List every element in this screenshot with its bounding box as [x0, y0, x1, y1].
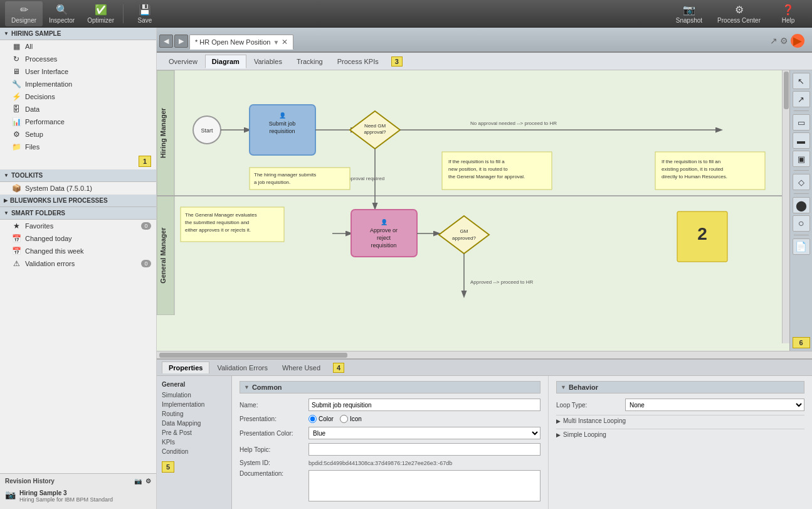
light-circle-tool-button[interactable]: ○	[793, 215, 810, 232]
documentation-textarea[interactable]	[308, 470, 540, 501]
settings-icon[interactable]: ⚙	[780, 36, 788, 46]
snapshot-button[interactable]: 📷 Snapshot	[670, 1, 709, 26]
loop-type-select[interactable]: None Standard Loop Multi Instance	[625, 399, 804, 411]
revision-item: 📷 Hiring Sample 3 Hiring Sample for IBM …	[5, 487, 151, 505]
presentation-color-radio[interactable]: Color	[308, 415, 334, 423]
validation-icon: ⚠	[11, 259, 21, 268]
prop-item-implementation[interactable]: Implementation	[157, 400, 231, 409]
label-4: 4	[333, 363, 344, 373]
revision-camera-icon[interactable]: 📷	[134, 478, 142, 485]
svg-text:requisition: requisition	[269, 128, 295, 134]
doc-tool-button[interactable]: 📄	[793, 238, 810, 255]
tab-dropdown-icon[interactable]: ▼	[273, 39, 279, 46]
sidebar-item-changed-week[interactable]: 📅 Changed this week	[0, 245, 156, 257]
tab-back-button[interactable]: ◀	[159, 35, 173, 48]
simple-looping-section[interactable]: ▶ Simple Looping	[556, 429, 804, 440]
multi-instance-section[interactable]: ▶ Multi Instance Looping	[556, 415, 804, 426]
icon-radio-input[interactable]	[340, 415, 348, 423]
panel-tool-button[interactable]: ▬	[793, 132, 810, 149]
play-button[interactable]: ▶	[791, 34, 804, 48]
revision-item-icon: 📷	[5, 490, 16, 500]
help-topic-input[interactable]	[308, 443, 540, 456]
documentation-label: Documentation:	[240, 470, 308, 477]
external-link-icon[interactable]: ↗	[770, 36, 778, 46]
svg-text:👤: 👤	[279, 112, 287, 119]
name-input[interactable]	[308, 399, 540, 411]
tab-title: * HR Open New Position	[195, 38, 270, 46]
svg-rect-28	[250, 168, 350, 190]
save-button[interactable]: 💾 Save	[126, 1, 164, 26]
tab-properties[interactable]: Properties	[162, 362, 209, 373]
prop-item-simulation[interactable]: Simulation	[157, 390, 231, 400]
inspector-button[interactable]: 🔍 Inspector	[43, 1, 81, 26]
sidebar-item-user-interface[interactable]: 🖥 User Interface	[0, 65, 156, 78]
main-toolbar: ✏ Designer 🔍 Inspector ✅ Optimizer 💾 Sav…	[0, 0, 812, 28]
pointer-tool-button[interactable]: ↗	[793, 91, 810, 107]
sidebar-item-files[interactable]: 📁 Files	[0, 141, 156, 153]
diamond-tool-button[interactable]: ◇	[793, 174, 810, 190]
revision-settings-icon[interactable]: ⚙	[145, 478, 151, 485]
prop-item-routing[interactable]: Routing	[157, 409, 231, 419]
sidebar-item-changed-today[interactable]: 📅 Changed today	[0, 232, 156, 245]
svg-text:If the requisition is to fill : If the requisition is to fill an	[662, 159, 720, 164]
horizontal-scroll-thumb[interactable]	[159, 353, 347, 358]
smart-folders-header[interactable]: ▼ SMART FOLDERS	[0, 207, 156, 220]
tab-tracking[interactable]: Tracking	[290, 55, 330, 68]
tab-process-kpis[interactable]: Process KPIs	[330, 55, 386, 68]
diagram-canvas[interactable]: Hiring Manager General Manager Start 👤 S…	[157, 70, 789, 351]
svg-text:the submitted requisition and: the submitted requisition and	[185, 220, 249, 225]
decisions-icon: ⚡	[11, 92, 21, 101]
behavior-properties-column: ▼ Behavior Loop Type: None Standard Loop…	[549, 376, 812, 509]
horizontal-scrollbar[interactable]	[157, 351, 812, 358]
prop-item-condition[interactable]: Condition	[157, 447, 231, 456]
sidebar-item-system-data[interactable]: 📦 System Data (7.5.0.1)	[0, 182, 156, 195]
processes-icon: ↻	[11, 55, 21, 63]
sidebar-item-performance[interactable]: 📊 Performance	[0, 115, 156, 128]
tab-validation-errors[interactable]: Validation Errors	[210, 362, 275, 373]
behavior-collapse-icon[interactable]: ▼	[561, 384, 566, 390]
sidebar-item-processes[interactable]: ↻ Processes	[0, 53, 156, 65]
hiring-sample-header[interactable]: ▼ HIRING SAMPLE	[0, 28, 156, 40]
sidebar-item-data[interactable]: 🗄 Data	[0, 103, 156, 115]
presentation-color-label: Presentation Color:	[240, 430, 308, 437]
blueworks-header[interactable]: ▶ BLUEWORKS LIVE PROCESSES	[0, 195, 156, 207]
sidebar-item-setup[interactable]: ⚙ Setup	[0, 128, 156, 141]
grid-tool-button[interactable]: ▣	[793, 151, 810, 167]
toolbar-right-group: 📷 Snapshot ⚙ Process Center ❓ Help	[670, 1, 807, 26]
dark-circle-tool-button[interactable]: ⬤	[793, 197, 810, 213]
presentation-icon-radio[interactable]: Icon	[340, 415, 362, 423]
svg-text:The General Manager evaluates: The General Manager evaluates	[185, 212, 257, 218]
process-tab[interactable]: * HR Open New Position ▼ ✕	[189, 35, 293, 50]
vertical-scrollbar[interactable]	[782, 70, 789, 343]
designer-button[interactable]: ✏ Designer	[5, 1, 43, 26]
prop-item-pre-post[interactable]: Pre & Post	[157, 428, 231, 437]
tab-where-used[interactable]: Where Used	[275, 362, 327, 373]
prop-item-kpis[interactable]: KPIs	[157, 437, 231, 447]
tab-close-button[interactable]: ✕	[282, 38, 288, 46]
prop-item-data-mapping[interactable]: Data Mapping	[157, 419, 231, 428]
bottom-panel: Properties Validation Errors Where Used …	[157, 358, 812, 509]
help-button[interactable]: ❓ Help	[769, 1, 807, 26]
sidebar-item-validation-errors[interactable]: ⚠ Validation errors 0	[0, 257, 156, 270]
svg-text:2: 2	[697, 224, 707, 244]
color-radio-input[interactable]	[308, 415, 317, 423]
tab-forward-button[interactable]: ▶	[174, 35, 188, 48]
sidebar-item-decisions[interactable]: ⚡ Decisions	[0, 90, 156, 103]
tab-diagram[interactable]: Diagram	[205, 55, 246, 68]
toolkits-header[interactable]: ▼ TOOLKITS	[0, 169, 156, 182]
process-center-button[interactable]: ⚙ Process Center	[711, 1, 767, 26]
cursor-tool-button[interactable]: ↖	[793, 73, 810, 89]
sidebar-item-implementation[interactable]: 🔧 Implementation	[0, 78, 156, 90]
data-icon: 🗄	[11, 105, 21, 114]
toolbar-separator	[123, 4, 124, 23]
optimizer-button[interactable]: ✅ Optimizer	[81, 1, 120, 26]
presentation-color-select[interactable]: Blue Red Green Yellow	[308, 427, 540, 439]
vertical-scroll-thumb[interactable]	[784, 72, 789, 109]
sidebar-item-all[interactable]: ▦ All	[0, 40, 156, 53]
sidebar-item-favorites[interactable]: ★ Favorites 0	[0, 220, 156, 232]
tab-overview[interactable]: Overview	[162, 55, 204, 68]
rect-tool-button[interactable]: ▭	[793, 114, 810, 131]
simple-looping-arrow: ▶	[556, 432, 561, 438]
common-collapse-icon[interactable]: ▼	[244, 384, 250, 390]
tab-variables[interactable]: Variables	[247, 55, 289, 68]
